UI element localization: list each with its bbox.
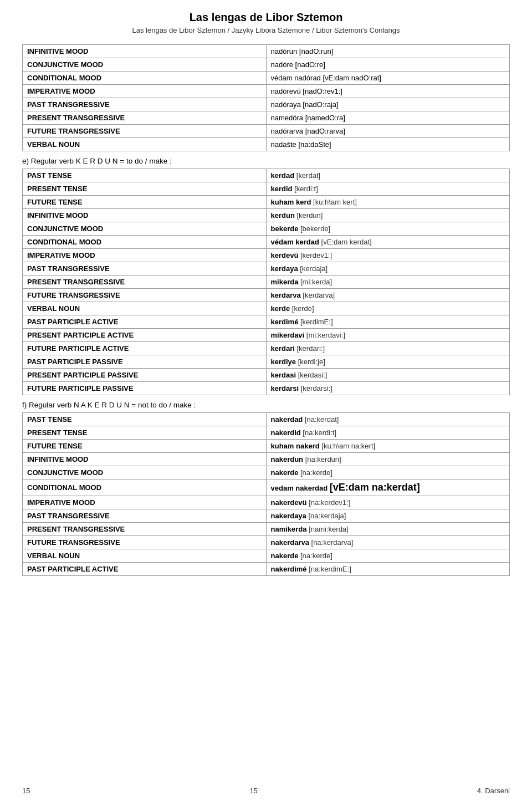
phonetic: [kerdarsi:]	[301, 384, 332, 392]
row-value: nakerdimé [na:kerdimE:]	[266, 563, 510, 576]
row-label: PAST TRANSGRESSIVE	[23, 262, 267, 276]
row-label: PRESENT PARTICIPLE PASSIVE	[23, 369, 267, 382]
phonetic: [ku:h\am na:kert]	[321, 442, 375, 450]
row-value: mikerda [mi:kerda]	[266, 276, 510, 289]
word: nakerdevü	[271, 498, 307, 507]
phonetic: [na:kerde]	[300, 468, 332, 477]
row-label: PRESENT TRANSGRESSIVE	[23, 523, 267, 536]
row-value: kerdaya [kerdaja]	[266, 262, 510, 276]
row-value: nadórevü [nadO:rev1:]	[266, 85, 510, 98]
section-f-table: PAST TENSEnakerdad [na:kerdat]PRESENT TE…	[22, 412, 510, 576]
table-row: CONJUNCTIVE MOODbekerde [bekerde]	[23, 222, 510, 236]
table-row: VERBAL NOUNnadašte [na:daSte]	[23, 138, 510, 151]
phonetic: [na:daSte]	[298, 140, 331, 149]
row-value: kerdasi [kerdasi:]	[266, 369, 510, 382]
row-label: IMPERATIVE MOOD	[23, 496, 267, 509]
row-label: PRESENT TRANSGRESSIVE	[23, 111, 267, 125]
table-row: FUTURE TRANSGRESSIVEkerdarva [kerdarva]	[23, 289, 510, 302]
word: nakerdad	[271, 415, 303, 424]
row-label: PAST TENSE	[23, 169, 267, 182]
table-row: PRESENT TENSEkerdid [kerdi:t]	[23, 182, 510, 196]
phonetic: [nadO:rarva]	[305, 127, 345, 135]
row-label: VERBAL NOUN	[23, 138, 267, 151]
phonetic: [nadO:raja]	[303, 100, 338, 109]
row-value: nadóraya [nadO:raja]	[266, 98, 510, 111]
page-footer: 15 15 4. Darseni	[22, 787, 510, 795]
row-label: FUTURE PARTICIPLE ACTIVE	[23, 342, 267, 355]
row-value: kerdarsi [kerdarsi:]	[266, 382, 510, 395]
table-row: PRESENT TRANSGRESSIVEmikerda [mi:kerda]	[23, 276, 510, 289]
row-value: mikerdavi [mi:kerdavi:]	[266, 329, 510, 342]
phonetic: [kerdi:t]	[294, 185, 318, 193]
table-row: PRESENT PARTICIPLE PASSIVEkerdasi [kerda…	[23, 369, 510, 382]
word: vedam nakerdad	[271, 484, 328, 492]
word: nakerdaya	[271, 512, 306, 520]
table-row: PAST TRANSGRESSIVEkerdaya [kerdaja]	[23, 262, 510, 276]
row-label: CONJUNCTIVE MOOD	[23, 58, 267, 72]
row-label: INFINITIVE MOOD	[23, 453, 267, 466]
word: kerdevü	[271, 251, 299, 259]
phonetic: [mi:kerdavi:]	[306, 331, 345, 339]
section-e-label: e) Regular verb K E R D U N = to do / ma…	[22, 157, 510, 165]
word: kerdarsi	[271, 384, 299, 392]
row-label: CONDITIONAL MOOD	[23, 72, 267, 85]
row-value: nadašte [na:daSte]	[266, 138, 510, 151]
row-label: FUTURE TENSE	[23, 196, 267, 209]
word: namikerda	[271, 525, 307, 533]
table-row: FUTURE PARTICIPLE ACTIVEkerdari [kerdari…	[23, 342, 510, 355]
word: kerdari	[271, 344, 295, 353]
phonetic: [na:kerdaja]	[308, 512, 346, 520]
row-label: FUTURE TRANSGRESSIVE	[23, 289, 267, 302]
table-row: CONDITIONAL MOODvédam nadórad [vE:dam na…	[23, 72, 510, 85]
word: kuham kerd	[271, 198, 311, 206]
table-row: CONJUNCTIVE MOODnadóre [nadO:re]	[23, 58, 510, 72]
page-title: Las lengas de Libor Sztemon	[22, 11, 510, 24]
row-label: PRESENT TRANSGRESSIVE	[23, 276, 267, 289]
row-value: namikerda [nami:kerda]	[266, 523, 510, 536]
row-label: FUTURE TENSE	[23, 440, 267, 453]
row-label: PAST TRANSGRESSIVE	[23, 509, 267, 523]
table-row: INFINITIVE MOODnakerdun [na:kerdun]	[23, 453, 510, 466]
row-value: kerdun [kerdun]	[266, 209, 510, 222]
section-f-label: f) Regular verb N A K E R D U N = not to…	[22, 401, 510, 409]
row-value: kerdari [kerdari:]	[266, 342, 510, 355]
row-value: kerdad [kerdat]	[266, 169, 510, 182]
table-row: PAST TENSEkerdad [kerdat]	[23, 169, 510, 182]
word: védam nadórad	[271, 74, 321, 82]
word: nakerdun	[271, 455, 304, 463]
phonetic: [kerdi:je]	[298, 358, 325, 366]
row-value: kuham nakerd [ku:h\am na:kert]	[266, 440, 510, 453]
phonetic: [kerdari:]	[297, 344, 325, 353]
phonetic: [nadO:rev1:]	[303, 87, 342, 95]
row-label: CONJUNCTIVE MOOD	[23, 466, 267, 479]
table-row: PAST TRANSGRESSIVEnakerdaya [na:kerdaja]	[23, 509, 510, 523]
row-label: PRESENT TENSE	[23, 182, 267, 196]
word: kerdarva	[271, 291, 301, 299]
phonetic: [kerdimE:]	[300, 318, 333, 326]
word: nadóre	[271, 60, 293, 69]
word: kerdad	[271, 171, 295, 180]
word: nadašte	[271, 140, 296, 149]
row-value: bekerde [bekerde]	[266, 222, 510, 236]
word: nakerdarva	[271, 538, 309, 547]
table-row: FUTURE TENSEkuham nakerd [ku:h\am na:ker…	[23, 440, 510, 453]
row-value: kerdevü [kerdev1:]	[266, 249, 510, 262]
row-value: nakerde [na:kerde]	[266, 466, 510, 479]
row-label: CONDITIONAL MOOD	[23, 479, 267, 496]
table-row: FUTURE TRANSGRESSIVEnadórarva [nadO:rarv…	[23, 125, 510, 138]
word: kerdaya	[271, 264, 298, 273]
table-row: VERBAL NOUNnakerde [na:kerde]	[23, 549, 510, 563]
phonetic: [vE:dam kerdat]	[321, 238, 372, 246]
row-value: nakerdid [na:kerdi:t]	[266, 426, 510, 440]
table-row: CONDITIONAL MOODvédam kerdad [vE:dam ker…	[23, 236, 510, 249]
phonetic: [kerdasi:]	[298, 371, 328, 379]
word: kerdasi	[271, 371, 296, 379]
phonetic: [kerdun]	[296, 211, 323, 220]
table-row: FUTURE TENSEkuham kerd [ku:h\am kert]	[23, 196, 510, 209]
phonetic: [na:kerdun]	[305, 455, 341, 463]
row-label: FUTURE TRANSGRESSIVE	[23, 536, 267, 549]
row-label: PAST TRANSGRESSIVE	[23, 98, 267, 111]
row-value: kuham kerd [ku:h\am kert]	[266, 196, 510, 209]
row-label: PAST PARTICIPLE ACTIVE	[23, 315, 267, 329]
phonetic: [kerdev1:]	[300, 251, 332, 259]
